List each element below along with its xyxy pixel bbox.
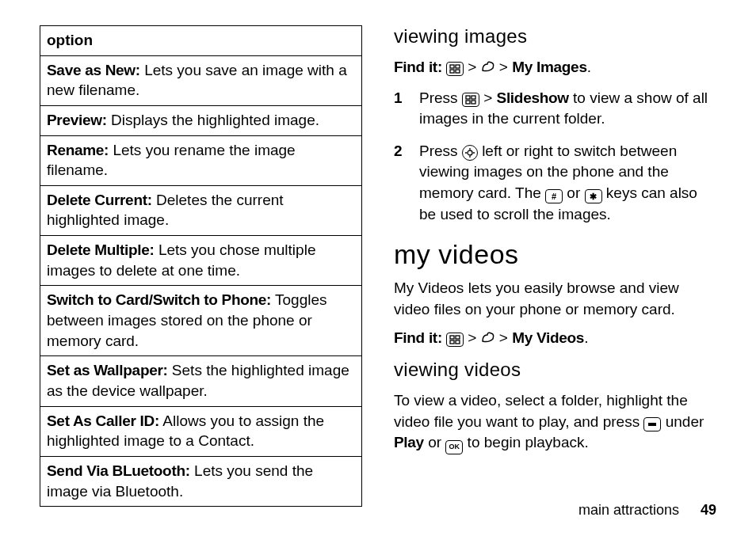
svg-rect-7 bbox=[472, 101, 475, 104]
play-label: Play bbox=[394, 434, 424, 450]
svg-rect-13 bbox=[648, 423, 656, 426]
option-term: Set as Wallpaper: bbox=[47, 362, 168, 378]
page-number: 49 bbox=[701, 502, 716, 518]
find-it-label: Find it: bbox=[394, 59, 446, 75]
step-text: or bbox=[563, 184, 584, 201]
svg-rect-9 bbox=[450, 336, 454, 339]
separator: > bbox=[479, 89, 497, 106]
svg-rect-4 bbox=[466, 96, 470, 99]
step-text: Press bbox=[419, 143, 462, 159]
svg-rect-3 bbox=[456, 70, 460, 73]
my-videos-intro: My Videos lets you easily browse and vie… bbox=[394, 278, 716, 320]
star-key-icon: ✱ bbox=[585, 189, 602, 203]
hash-key-icon: # bbox=[545, 189, 563, 203]
table-row: Rename: Lets you rename the image filena… bbox=[40, 135, 362, 185]
page-content: option Save as New: Lets you save an ima… bbox=[0, 0, 756, 491]
period: . bbox=[584, 329, 588, 346]
svg-rect-11 bbox=[450, 340, 454, 344]
my-videos-label: My Videos bbox=[512, 329, 584, 346]
ok-key-icon: OK bbox=[445, 440, 463, 454]
multimedia-icon bbox=[481, 329, 495, 351]
my-images-label: My Images bbox=[512, 59, 586, 75]
svg-rect-2 bbox=[450, 70, 454, 73]
option-term: Rename: bbox=[47, 142, 109, 158]
option-term: Switch to Card/Switch to Phone: bbox=[47, 291, 271, 308]
table-row: Preview: Displays the highlighted image. bbox=[40, 105, 362, 135]
option-term: Preview: bbox=[47, 112, 107, 128]
left-column: option Save as New: Lets you save an ima… bbox=[40, 25, 362, 491]
table-row: Switch to Card/Switch to Phone: Toggles … bbox=[40, 286, 362, 356]
multimedia-icon bbox=[481, 59, 495, 80]
right-column: viewing images Find it: > > My Images. P… bbox=[394, 25, 716, 491]
table-row: Set As Caller ID: Allows you to assign t… bbox=[40, 406, 362, 456]
menu-key-icon bbox=[446, 62, 464, 76]
option-term: Delete Current: bbox=[47, 192, 152, 208]
body-text: or bbox=[424, 434, 445, 450]
period: . bbox=[587, 59, 591, 75]
separator: > bbox=[495, 329, 513, 346]
separator: > bbox=[464, 329, 481, 346]
body-text: to begin playback. bbox=[463, 434, 588, 450]
viewing-videos-body: To view a video, select a folder, highli… bbox=[394, 390, 716, 454]
table-row: Delete Multiple: Lets you chose multiple… bbox=[40, 236, 362, 286]
svg-rect-0 bbox=[450, 65, 454, 68]
step-item: Press > Slideshow to view a show of all … bbox=[394, 88, 716, 130]
menu-key-icon bbox=[446, 333, 464, 347]
find-it-videos: Find it: > > My Videos. bbox=[394, 328, 716, 351]
softkey-icon bbox=[643, 417, 661, 431]
separator: > bbox=[495, 59, 513, 75]
option-term: Save as New: bbox=[47, 62, 140, 78]
table-row: Save as New: Lets you save an image with… bbox=[40, 55, 362, 105]
separator: > bbox=[464, 59, 481, 75]
table-row: Set as Wallpaper: Sets the highlighted i… bbox=[40, 356, 362, 406]
nav-key-icon bbox=[462, 145, 478, 161]
options-table-body: Save as New: Lets you save an image with… bbox=[40, 55, 362, 507]
slideshow-label: Slideshow bbox=[497, 89, 569, 106]
svg-rect-12 bbox=[456, 340, 460, 344]
svg-rect-6 bbox=[466, 101, 470, 104]
options-table: option Save as New: Lets you save an ima… bbox=[40, 25, 362, 507]
find-it-label: Find it: bbox=[394, 329, 446, 346]
footer-section-label: main attractions bbox=[578, 502, 679, 518]
body-text: under bbox=[661, 413, 704, 430]
step-text: Press bbox=[419, 89, 462, 106]
svg-rect-1 bbox=[456, 65, 460, 68]
svg-point-8 bbox=[468, 150, 472, 155]
option-term: Delete Multiple: bbox=[47, 241, 155, 258]
option-term: Send Via BLuetooth: bbox=[47, 462, 190, 479]
svg-rect-10 bbox=[456, 336, 460, 339]
page-footer: main attractions 49 bbox=[578, 502, 716, 519]
option-desc: Displays the highlighted image. bbox=[107, 112, 319, 128]
table-row: Send Via BLuetooth: Lets you send the im… bbox=[40, 456, 362, 506]
menu-key-icon bbox=[462, 93, 479, 107]
find-it-images: Find it: > > My Images. bbox=[394, 57, 716, 80]
step-item: Press left or right to switch between vi… bbox=[394, 141, 716, 225]
option-term: Set As Caller ID: bbox=[47, 412, 159, 429]
svg-rect-5 bbox=[472, 96, 475, 99]
viewing-videos-heading: viewing videos bbox=[394, 359, 716, 381]
table-row: Delete Current: Deletes the current high… bbox=[40, 185, 362, 235]
viewing-images-heading: viewing images bbox=[394, 25, 716, 48]
viewing-images-steps: Press > Slideshow to view a show of all … bbox=[394, 88, 716, 226]
options-table-header: option bbox=[40, 26, 362, 56]
my-videos-heading: my videos bbox=[394, 239, 716, 270]
